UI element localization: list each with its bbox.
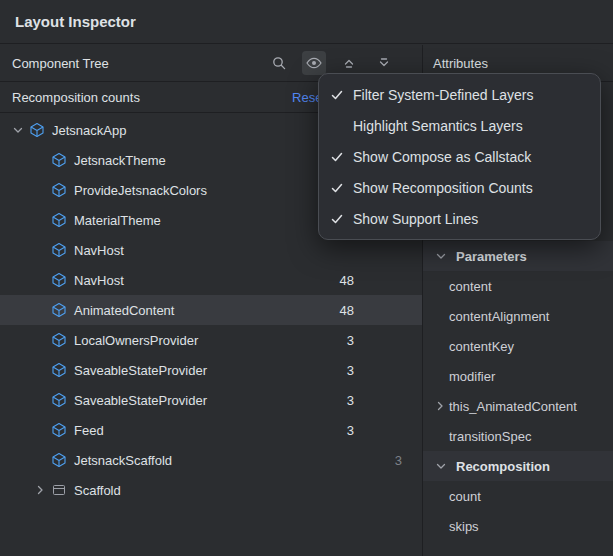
compose-node-icon bbox=[28, 122, 46, 138]
tree-node-label: NavHost bbox=[74, 243, 124, 258]
recomposition-count: 48 bbox=[340, 303, 354, 318]
tree-node-label: MaterialTheme bbox=[74, 213, 161, 228]
checkmark-icon bbox=[329, 150, 345, 164]
chevron-right-icon[interactable] bbox=[431, 400, 449, 412]
tree-node[interactable]: Scaffold bbox=[0, 475, 422, 505]
tree-node-label: JetsnackScaffold bbox=[74, 453, 172, 468]
tree-node-label: Feed bbox=[74, 423, 104, 438]
attributes-title: Attributes bbox=[433, 56, 488, 71]
tree-node[interactable]: Feed3 bbox=[0, 415, 422, 445]
tree-node-label: JetsnackTheme bbox=[74, 153, 166, 168]
tree-node-label: SaveableStateProvider bbox=[74, 363, 207, 378]
tree-node[interactable]: SaveableStateProvider3 bbox=[0, 385, 422, 415]
compose-node-icon bbox=[50, 392, 68, 408]
scaffold-view-icon bbox=[50, 482, 68, 498]
tree-node[interactable]: NavHost48 bbox=[0, 265, 422, 295]
compose-node-icon bbox=[50, 242, 68, 258]
chevron-right-icon[interactable] bbox=[30, 484, 50, 496]
recomposition-count: 48 bbox=[340, 273, 354, 288]
chevron-down-icon[interactable] bbox=[8, 124, 28, 136]
recomposition-count: 3 bbox=[347, 423, 354, 438]
tree-node-label: SaveableStateProvider bbox=[74, 393, 207, 408]
tree-node-label: Scaffold bbox=[74, 483, 121, 498]
tree-node-label: LocalOwnersProvider bbox=[74, 333, 198, 348]
layout-inspector-window: Layout Inspector Component Tree bbox=[0, 0, 613, 556]
compose-node-icon bbox=[50, 272, 68, 288]
menu-item-label: Filter System-Defined Layers bbox=[353, 87, 534, 103]
attribute-name: count bbox=[449, 489, 481, 504]
attributes-body: ParameterscontentcontentAlignmentcontent… bbox=[423, 241, 613, 541]
compose-node-icon bbox=[50, 182, 68, 198]
compose-node-icon bbox=[50, 152, 68, 168]
window-titlebar: Layout Inspector bbox=[0, 0, 613, 44]
attribute-name: contentAlignment bbox=[449, 309, 549, 324]
tree-node[interactable]: JetsnackScaffold3 bbox=[0, 445, 422, 475]
tree-node-label: AnimatedContent bbox=[74, 303, 174, 318]
recomposition-counts-label: Recomposition counts bbox=[12, 90, 140, 105]
tree-node-label: NavHost bbox=[74, 273, 124, 288]
tree-node[interactable]: LocalOwnersProvider3 bbox=[0, 325, 422, 355]
checkmark-icon bbox=[329, 212, 345, 226]
tree-node-label: JetsnackApp bbox=[52, 123, 126, 138]
compose-node-icon bbox=[50, 362, 68, 378]
chevron-down-icon[interactable] bbox=[431, 250, 451, 262]
attribute-row[interactable]: count bbox=[423, 481, 613, 511]
menu-item[interactable]: Highlight Semantics Layers bbox=[319, 110, 600, 141]
expand-all-icon[interactable] bbox=[337, 51, 361, 75]
component-tree-title: Component Tree bbox=[12, 56, 109, 71]
attr-section-title: Recomposition bbox=[456, 459, 550, 474]
component-tree-toolbar bbox=[267, 51, 414, 75]
attribute-name: transitionSpec bbox=[449, 429, 531, 444]
menu-item[interactable]: Show Support Lines bbox=[319, 203, 600, 234]
attr-section-header[interactable]: Parameters bbox=[423, 241, 613, 271]
menu-item-label: Show Recomposition Counts bbox=[353, 180, 533, 196]
collapse-all-icon[interactable] bbox=[372, 51, 396, 75]
tree-node-label: ProvideJetsnackColors bbox=[74, 183, 207, 198]
compose-node-icon bbox=[50, 422, 68, 438]
menu-item[interactable]: Show Recomposition Counts bbox=[319, 172, 600, 203]
attribute-name: contentKey bbox=[449, 339, 514, 354]
chevron-down-icon[interactable] bbox=[431, 460, 451, 472]
attribute-row[interactable]: contentKey bbox=[423, 331, 613, 361]
tree-node[interactable]: AnimatedContent48 bbox=[0, 295, 422, 325]
attr-section-title: Parameters bbox=[456, 249, 527, 264]
compose-node-icon bbox=[50, 332, 68, 348]
search-icon[interactable] bbox=[267, 51, 291, 75]
skip-count: 3 bbox=[395, 453, 402, 468]
attribute-row[interactable]: this_AnimatedContent bbox=[423, 391, 613, 421]
checkmark-icon bbox=[329, 88, 345, 102]
attribute-name: this_AnimatedContent bbox=[449, 399, 577, 414]
attribute-row[interactable]: skips bbox=[423, 511, 613, 541]
attribute-name: content bbox=[449, 279, 492, 294]
attribute-name: modifier bbox=[449, 369, 495, 384]
view-options-menu: Filter System-Defined LayersHighlight Se… bbox=[318, 73, 601, 240]
attribute-row[interactable]: content bbox=[423, 271, 613, 301]
menu-item-label: Show Compose as Callstack bbox=[353, 149, 531, 165]
compose-node-icon bbox=[50, 302, 68, 318]
menu-item-label: Highlight Semantics Layers bbox=[353, 118, 523, 134]
checkmark-icon bbox=[329, 181, 345, 195]
recomposition-count: 3 bbox=[347, 363, 354, 378]
recomposition-count: 3 bbox=[347, 393, 354, 408]
menu-item[interactable]: Filter System-Defined Layers bbox=[319, 79, 600, 110]
tree-node[interactable]: SaveableStateProvider3 bbox=[0, 355, 422, 385]
attribute-row[interactable]: modifier bbox=[423, 361, 613, 391]
menu-item[interactable]: Show Compose as Callstack bbox=[319, 141, 600, 172]
attribute-name: skips bbox=[449, 519, 479, 534]
eye-icon[interactable] bbox=[302, 51, 326, 75]
menu-item-label: Show Support Lines bbox=[353, 211, 478, 227]
compose-node-icon bbox=[50, 212, 68, 228]
compose-node-icon bbox=[50, 452, 68, 468]
recomposition-count: 3 bbox=[347, 333, 354, 348]
window-title: Layout Inspector bbox=[15, 13, 136, 30]
attr-section-header[interactable]: Recomposition bbox=[423, 451, 613, 481]
attribute-row[interactable]: transitionSpec bbox=[423, 421, 613, 451]
attribute-row[interactable]: contentAlignment bbox=[423, 301, 613, 331]
